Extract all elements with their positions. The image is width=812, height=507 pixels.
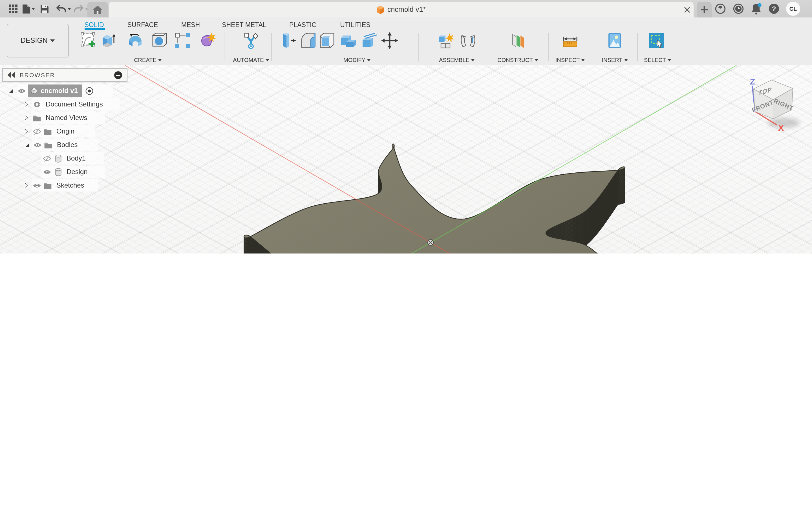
group-label-select[interactable]: SELECT bbox=[644, 57, 671, 63]
tree-row-sketches[interactable]: Sketches bbox=[32, 179, 98, 191]
group-divider bbox=[594, 33, 594, 61]
tree-label: Design bbox=[66, 168, 88, 176]
folder-icon bbox=[33, 114, 41, 122]
group-label-modify[interactable]: MODIFY bbox=[343, 57, 370, 63]
viewcube-x-label: X bbox=[778, 123, 784, 132]
fusion360-window: cncmold v1* ? GL DESIGN SOLID SURFACE ME… bbox=[0, 0, 812, 253]
fillet-icon[interactable] bbox=[299, 32, 316, 49]
group-label-automate[interactable]: AUTOMATE bbox=[233, 57, 269, 63]
new-component-icon[interactable] bbox=[438, 32, 455, 49]
tree-label: Named Views bbox=[46, 114, 87, 122]
press-pull-icon[interactable] bbox=[280, 32, 297, 49]
insert-image-icon[interactable] bbox=[606, 32, 623, 49]
tab-utilities[interactable]: UTILITIES bbox=[340, 21, 370, 28]
pattern-icon[interactable] bbox=[174, 32, 191, 49]
browser-minimize-icon[interactable] bbox=[114, 71, 122, 79]
hole-icon[interactable] bbox=[151, 32, 168, 49]
visibility-eye-icon[interactable] bbox=[33, 181, 41, 189]
tab-solid[interactable]: SOLID bbox=[84, 21, 104, 28]
selected-highlight: cncmold v1 bbox=[28, 84, 82, 97]
tree-row-design[interactable]: Design bbox=[41, 166, 105, 178]
construct-plane-icon[interactable] bbox=[509, 32, 526, 49]
disclosure-collapsed-icon[interactable] bbox=[24, 114, 29, 121]
visibility-eye-icon[interactable] bbox=[17, 87, 26, 95]
folder-icon bbox=[43, 181, 52, 189]
document-cube-icon bbox=[377, 5, 384, 14]
group-label-assemble[interactable]: ASSEMBLE bbox=[439, 57, 474, 63]
tree-row-document-settings[interactable]: Document Settings bbox=[32, 98, 119, 110]
group-divider bbox=[637, 33, 638, 61]
undo-icon[interactable] bbox=[56, 0, 71, 17]
document-title: cncmold v1* bbox=[388, 6, 426, 13]
redo-icon[interactable] bbox=[74, 0, 89, 17]
file-menu-icon[interactable] bbox=[22, 0, 35, 17]
disclosure-collapsed-icon[interactable] bbox=[24, 128, 29, 135]
body-cylinder-icon bbox=[55, 154, 62, 163]
browser-title: BROWSER bbox=[20, 71, 114, 78]
extrude-icon[interactable] bbox=[100, 32, 117, 49]
tab-mesh[interactable]: MESH bbox=[181, 21, 200, 28]
automate-icon[interactable] bbox=[243, 32, 259, 49]
shell-icon[interactable] bbox=[319, 32, 336, 49]
new-tab-button[interactable] bbox=[697, 2, 712, 17]
tree-row-origin[interactable]: Origin bbox=[32, 125, 95, 137]
body-cylinder-icon bbox=[55, 168, 62, 176]
close-document-icon[interactable] bbox=[680, 2, 694, 17]
tab-sheet-metal[interactable]: SHEET METAL bbox=[222, 21, 266, 28]
activate-radio-icon[interactable] bbox=[85, 87, 94, 95]
notifications-bell-icon[interactable] bbox=[751, 0, 762, 17]
folder-icon bbox=[44, 140, 52, 149]
group-divider bbox=[271, 33, 272, 61]
disclosure-expanded-icon[interactable] bbox=[24, 142, 31, 148]
visibility-off-icon[interactable] bbox=[43, 154, 51, 163]
tree-row-named-views[interactable]: Named Views bbox=[32, 112, 105, 124]
group-label-inspect[interactable]: INSPECT bbox=[555, 57, 585, 63]
home-icon bbox=[93, 5, 102, 14]
collapse-browser-icon[interactable] bbox=[7, 72, 15, 78]
tab-surface[interactable]: SURFACE bbox=[128, 21, 158, 28]
joint-icon[interactable] bbox=[460, 32, 476, 49]
split-body-icon[interactable] bbox=[360, 32, 377, 49]
visibility-off-icon[interactable] bbox=[33, 127, 41, 135]
tree-label: Origin bbox=[56, 127, 74, 135]
disclosure-collapsed-icon[interactable] bbox=[24, 182, 29, 189]
app-grid-icon[interactable] bbox=[9, 0, 17, 17]
group-divider bbox=[224, 33, 224, 61]
avatar[interactable]: GL bbox=[786, 2, 800, 16]
browser-header[interactable]: BROWSER bbox=[2, 68, 128, 82]
tree-row-component[interactable]: cncmold v1 bbox=[17, 84, 113, 97]
form-icon[interactable] bbox=[199, 32, 216, 49]
revolve-icon[interactable] bbox=[127, 32, 144, 49]
tree-label: Bodies bbox=[57, 141, 78, 149]
home-tab[interactable] bbox=[87, 2, 108, 17]
viewport-canvas[interactable]: Z X TOP FRONT RIGHT BROWSER cncmold v1 bbox=[0, 65, 812, 253]
document-tab[interactable]: cncmold v1* bbox=[109, 2, 694, 17]
disclosure-expanded-icon[interactable] bbox=[8, 88, 14, 94]
job-status-icon[interactable] bbox=[733, 0, 744, 17]
measure-icon[interactable] bbox=[562, 32, 578, 49]
create-sketch-icon[interactable] bbox=[80, 32, 97, 49]
view-cube[interactable]: Z X TOP FRONT RIGHT bbox=[743, 72, 812, 143]
extensions-icon[interactable] bbox=[715, 0, 726, 17]
group-label-create[interactable]: CREATE bbox=[134, 57, 161, 63]
group-divider bbox=[492, 33, 492, 61]
tree-label: Document Settings bbox=[46, 100, 103, 108]
workspace-switcher[interactable]: DESIGN bbox=[7, 24, 69, 57]
combine-icon[interactable] bbox=[340, 32, 356, 49]
tree-label: Sketches bbox=[56, 181, 84, 189]
component-name: cncmold v1 bbox=[41, 87, 78, 95]
group-divider bbox=[548, 33, 549, 61]
tab-plastic[interactable]: PLASTIC bbox=[289, 21, 316, 28]
select-icon[interactable] bbox=[648, 32, 665, 49]
group-label-insert[interactable]: INSERT bbox=[602, 57, 627, 63]
tree-row-bodies[interactable]: Bodies bbox=[32, 138, 98, 151]
help-icon[interactable]: ? bbox=[769, 0, 779, 17]
tree-label: Body1 bbox=[66, 154, 86, 162]
disclosure-collapsed-icon[interactable] bbox=[24, 101, 29, 108]
save-icon[interactable] bbox=[41, 0, 49, 17]
visibility-eye-icon[interactable] bbox=[33, 140, 42, 149]
visibility-eye-icon[interactable] bbox=[43, 168, 51, 176]
move-icon[interactable] bbox=[381, 32, 398, 49]
group-label-construct[interactable]: CONSTRUCT bbox=[497, 57, 538, 63]
tree-row-body1[interactable]: Body1 bbox=[41, 152, 104, 165]
